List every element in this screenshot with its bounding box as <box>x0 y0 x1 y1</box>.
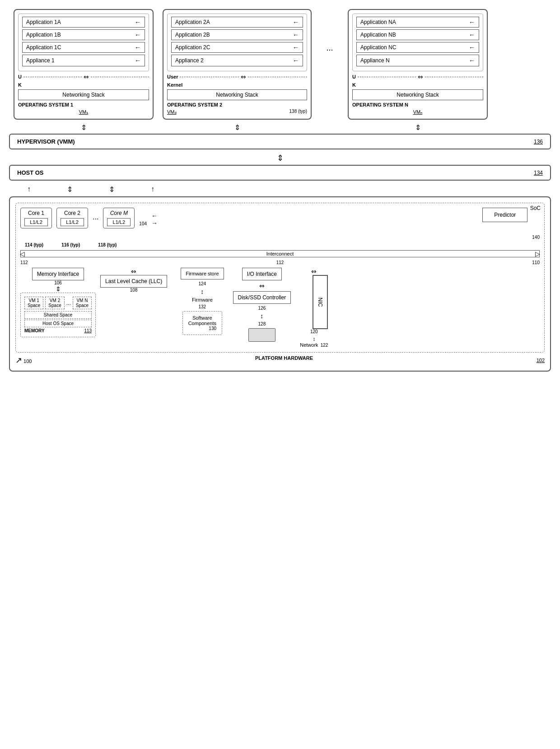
vm2-box: Application 2A ← Application 2B ← Applic… <box>163 9 312 120</box>
firmware-label: Firmware <box>192 297 213 302</box>
vm2-app2a: Application 2A ← <box>171 17 303 28</box>
interconnect-arrow-left: ◁ <box>20 250 25 257</box>
ref128: 128 <box>258 321 266 326</box>
arrow-appNC: ← <box>469 44 475 51</box>
software-components-ref: 130 <box>188 326 216 331</box>
arrow-app1a: ← <box>135 19 141 26</box>
vmN-dashed-line2 <box>425 77 483 77</box>
hostos-arrow1: ↑ <box>27 185 31 194</box>
vm-down-arrows-row: ⇕ ⇕ ⇕ <box>9 123 551 132</box>
firmware-store-box: Firmware store <box>181 268 224 279</box>
vm2-uk-divider: User ⇔ <box>167 73 307 80</box>
predictor-label: Predictor <box>490 212 520 218</box>
vm2-os-label: OPERATING SYSTEM 2 <box>167 102 307 107</box>
io-nic-arrows: ⇔ <box>311 268 317 275</box>
vm2-user-space: Application 2A ← Application 2B ← Applic… <box>167 14 307 71</box>
mem-llc-arrows: ⇔ <box>131 268 136 275</box>
disk-ref: 126 <box>258 306 266 311</box>
vm2-app2b: Application 2B ← <box>171 29 303 40</box>
arrow-applianceN: ← <box>469 57 475 64</box>
vm2-down-arrow: ⇕ <box>163 123 312 132</box>
hypervisor-ref: 136 <box>534 139 543 145</box>
coreM-box: Core M L1/L2 <box>103 208 135 228</box>
firmware-col: Firmware store 124 ↕ Firmware 132 Softwa… <box>181 268 224 335</box>
memory-label: MEMORY <box>24 328 45 333</box>
interconnect-bar: Interconnect ◁ ▷ <box>20 250 540 257</box>
vm1-os-label: OPERATING SYSTEM 1 <box>18 102 149 107</box>
core2-title: Core 2 <box>61 210 84 216</box>
interconnect-arrow-right: ▷ <box>535 250 540 257</box>
vm1-k-label-row: K <box>18 82 149 88</box>
lower-components-row: Memory Interface 106 ⇕ VM 1Space VM 2Spa… <box>20 268 540 348</box>
llc-ref: 108 <box>130 288 138 293</box>
platform-label: PLATFORM HARDWARE <box>255 355 313 365</box>
vm1-appliance: Appliance 1 ← <box>22 55 145 66</box>
hypervisor-hostos-arrow: ⇕ <box>9 153 551 163</box>
memory-col: Memory Interface 106 ⇕ VM 1Space VM 2Spa… <box>20 268 96 337</box>
hostos-label: HOST OS <box>17 169 44 176</box>
disk-arrow: ↕ <box>260 312 263 320</box>
vmN-uk-divider: U ⇔ <box>352 73 483 80</box>
arrow-app2b: ← <box>293 31 299 38</box>
host-os-space: Host OS Space <box>24 320 92 327</box>
hypervisor-label: HYPERVISOR (VMM) <box>17 138 75 145</box>
nic-box: NIC <box>313 275 328 329</box>
core1-cache: L1/L2 <box>24 218 48 226</box>
vmN-label: VMₙ <box>352 109 483 115</box>
coreM-cache: L1/L2 <box>107 218 131 226</box>
vm1-space: VM 1Space <box>24 297 43 309</box>
ref118: 118 (typ) <box>98 242 117 247</box>
vm-row: Application 1A ← Application 1B ← Applic… <box>9 9 551 120</box>
memory-interface-ref: 106 <box>54 280 62 285</box>
disk-icon <box>248 328 275 342</box>
soc-box: SoC Core 1 L1/L2 Core 2 L1/L2 ··· Core M <box>15 203 545 353</box>
vm1-dashed-line <box>23 77 82 77</box>
firmware-store-ref: 124 <box>199 281 206 286</box>
vm1-app1a: Application 1A ← <box>22 17 145 28</box>
shared-space: Shared Space <box>24 311 92 319</box>
vm2-k-label-row: Kernel <box>167 82 307 88</box>
vmN-appliance: Appliance N ← <box>356 55 479 66</box>
vm2-space: VM 2Space <box>45 297 64 309</box>
llc-col: ⇔ Last Level Cache (LLC) 108 <box>100 268 167 293</box>
vm2-label: VM₂ <box>167 109 177 115</box>
nic-ref: 120 <box>310 329 318 334</box>
core2-cache: L1/L2 <box>61 218 84 226</box>
software-components-box: Software Components 130 <box>182 311 222 335</box>
network-label: Network 122 <box>300 342 328 348</box>
coreM-title: Core M <box>107 210 131 216</box>
vm2-app2c: Application 2C ← <box>171 42 303 53</box>
arrow-app1c: ← <box>135 44 141 51</box>
arrow-appliance2: ← <box>293 57 299 64</box>
vm1-app1b: Application 1B ← <box>22 29 145 40</box>
vmN-space: VM NSpace <box>73 297 92 309</box>
ref100: ↗ 100 <box>15 355 32 365</box>
hostos-arrow4: ↑ <box>151 185 154 194</box>
hostos-box: HOST OS 134 <box>9 165 551 181</box>
mem-arrows: ⇕ <box>56 285 61 293</box>
vm1-down-arrow: ⇕ <box>14 123 154 132</box>
vmN-k-label-row: K <box>352 82 483 88</box>
predictor-ref: 140 <box>532 221 540 240</box>
mem-ellipsis: ··· <box>66 297 71 309</box>
ref122: 122 <box>321 343 328 348</box>
hostos-ref: 134 <box>534 170 543 176</box>
vm1-label: VM₁ <box>18 109 149 115</box>
hostos-platform-arrows: ↑ ⇕ ⇕ ↑ <box>9 184 551 195</box>
vm1-box: Application 1A ← Application 1B ← Applic… <box>14 9 154 120</box>
ref116: 116 (typ) <box>61 242 80 247</box>
network-arrow: ↕ <box>313 336 315 342</box>
arrow-app2a: ← <box>293 19 299 26</box>
interconnect-refs: 112 112 110 <box>20 260 540 265</box>
vm1-dashed-line2 <box>91 77 149 77</box>
vm1-double-arrow: ⇔ <box>84 73 89 80</box>
arrow-appNB: ← <box>469 31 475 38</box>
hostos-arrow3: ⇕ <box>109 185 115 194</box>
ref100-arrow: ↗ <box>15 356 22 365</box>
platform-ref: 102 <box>537 355 545 365</box>
ellipsis1: ··· <box>321 9 339 55</box>
firmware-arrow: ↕ <box>201 288 204 295</box>
memory-interface-box: Memory Interface <box>32 268 84 280</box>
vm2-double-arrow: ⇔ <box>241 73 246 80</box>
interconnect-ref-left: 112 <box>20 260 28 265</box>
